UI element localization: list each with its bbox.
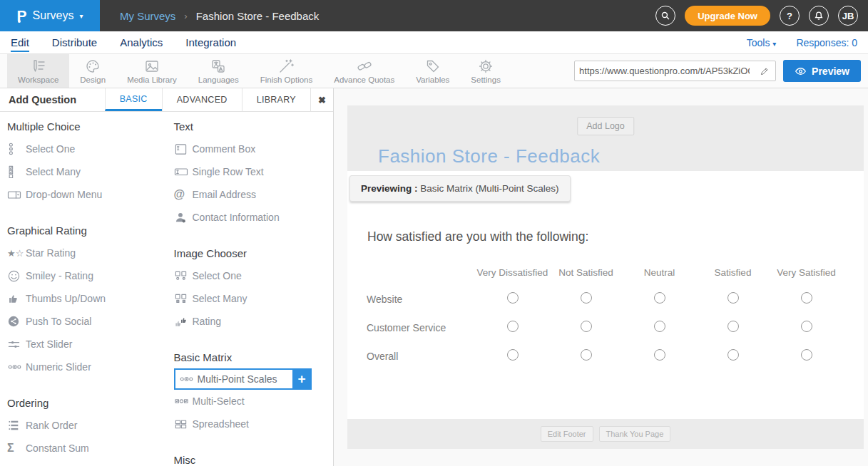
add-question-header: Add Question BASIC ADVANCED LIBRARY ✖ bbox=[0, 88, 333, 112]
matrix-radio[interactable] bbox=[581, 349, 592, 361]
question-type-image-rating[interactable]: Rating bbox=[174, 310, 334, 333]
edit-url-button[interactable] bbox=[754, 66, 775, 76]
question-type-rank-order[interactable]: Rank Order bbox=[7, 414, 167, 437]
responses-count[interactable]: Responses: 0 bbox=[796, 37, 857, 48]
question-type-contact-information[interactable]: Contact Information bbox=[174, 206, 334, 229]
matrix-radio[interactable] bbox=[801, 349, 812, 361]
edit-footer-button[interactable]: Edit Footer bbox=[541, 426, 593, 442]
add-logo-button[interactable]: Add Logo bbox=[577, 117, 634, 135]
comment-box-icon bbox=[174, 143, 193, 156]
question-type-drag-and-drop[interactable]: Drag and Drop bbox=[7, 460, 167, 466]
palette-icon bbox=[84, 58, 101, 75]
section-image-chooser: Image Chooser bbox=[174, 247, 334, 262]
breadcrumb-my-surveys[interactable]: My Surveys bbox=[120, 10, 175, 22]
toolbar-item-design[interactable]: Design bbox=[69, 54, 116, 88]
matrix-radio[interactable] bbox=[654, 349, 665, 361]
toolbar-item-media-library[interactable]: Media Library bbox=[116, 54, 188, 88]
toolbar-item-finish-options[interactable]: Finish Options bbox=[250, 54, 324, 88]
tab-analytics[interactable]: Analytics bbox=[120, 33, 163, 52]
survey-url-input[interactable] bbox=[575, 66, 754, 76]
spreadsheet-grid-icon bbox=[174, 418, 193, 431]
question-type-push-to-social[interactable]: Push To Social bbox=[7, 310, 167, 333]
survey-url-box bbox=[574, 61, 776, 81]
search-icon bbox=[660, 11, 670, 21]
matrix-radio[interactable] bbox=[727, 349, 739, 361]
matrix-radio[interactable] bbox=[581, 321, 592, 332]
question-type-numeric-slider[interactable]: Numeric Slider bbox=[7, 356, 167, 378]
question-type-star-rating[interactable]: ★☆ Star Rating bbox=[7, 242, 167, 264]
tab-edit[interactable]: Edit bbox=[11, 33, 29, 52]
tab-advanced[interactable]: ADVANCED bbox=[162, 88, 242, 111]
question-type-image-select-many[interactable]: Select Many bbox=[174, 287, 334, 310]
preview-button[interactable]: Preview bbox=[783, 60, 861, 82]
question-type-drop-down-menu[interactable]: Drop-down Menu bbox=[7, 183, 167, 206]
help-button[interactable]: ? bbox=[780, 6, 800, 26]
survey-nav: Edit Distribute Analytics Integration To… bbox=[0, 31, 868, 54]
at-sign-icon: @ bbox=[174, 188, 193, 201]
tab-basic[interactable]: BASIC bbox=[105, 88, 162, 111]
toolbar-item-workspace[interactable]: Workspace bbox=[7, 54, 69, 88]
close-panel-button[interactable]: ✖ bbox=[310, 88, 333, 111]
matrix-radio[interactable] bbox=[801, 292, 812, 304]
matrix-radio[interactable] bbox=[654, 321, 665, 332]
toolbar-item-advance-quotas[interactable]: Advance Quotas bbox=[323, 54, 405, 88]
matrix-radio[interactable] bbox=[727, 292, 739, 304]
tab-integration[interactable]: Integration bbox=[185, 33, 236, 52]
toolbar-item-variables[interactable]: Variables bbox=[405, 54, 460, 88]
question-type-email-address[interactable]: @ Email Address bbox=[174, 183, 334, 206]
matrix-radio[interactable] bbox=[507, 321, 519, 332]
question-type-select-many[interactable]: Select Many bbox=[7, 160, 167, 183]
thumbs-up-icon bbox=[7, 292, 26, 305]
avatar[interactable]: JB bbox=[838, 6, 858, 26]
matrix-radio[interactable] bbox=[507, 349, 519, 361]
breadcrumb: My Surveys › Fashion Store - Feedback bbox=[120, 10, 319, 22]
matrix-cell bbox=[549, 349, 623, 363]
question-type-comment-box[interactable]: Comment Box bbox=[174, 138, 334, 160]
close-icon: ✖ bbox=[318, 95, 326, 105]
question-type-multi-select[interactable]: Multi-Select bbox=[174, 390, 334, 413]
questionpro-logo-icon: P bbox=[17, 7, 27, 24]
image-select-many-icon bbox=[174, 292, 193, 306]
matrix-table: Very DissatisfiedNot SatisfiedNeutralSat… bbox=[367, 259, 843, 371]
matrix-radio[interactable] bbox=[727, 321, 739, 332]
question-type-constant-sum[interactable]: Σ Constant Sum bbox=[7, 437, 167, 460]
avatar-initials: JB bbox=[842, 11, 854, 21]
question-type-thumbs-up-down[interactable]: Thumbs Up/Down bbox=[7, 287, 167, 310]
matrix-row-label: Overall bbox=[367, 351, 476, 362]
upgrade-now-button[interactable]: Upgrade Now bbox=[685, 6, 770, 26]
matrix-column-header: Satisfied bbox=[696, 267, 770, 278]
matrix-radio[interactable] bbox=[801, 321, 812, 332]
tab-library[interactable]: LIBRARY bbox=[242, 88, 310, 111]
question-type-image-select-one[interactable]: Select One bbox=[174, 264, 334, 287]
question-types-column-2: Text Comment Box Single Row Text bbox=[167, 112, 334, 466]
survey-preview-panel: Add Logo Fashion Store - Feedback Previe… bbox=[347, 105, 864, 449]
matrix-radio[interactable] bbox=[581, 292, 592, 304]
product-switcher[interactable]: P Surveys ▾ bbox=[0, 0, 100, 31]
toolbar-item-languages[interactable]: Languages bbox=[188, 54, 250, 88]
nav-right: Tools ▾ Responses: 0 bbox=[747, 37, 857, 48]
question-type-multi-point-scales[interactable]: Multi-Point Scales + bbox=[174, 368, 294, 390]
add-question-button[interactable]: + bbox=[292, 368, 312, 390]
question-type-smiley-rating[interactable]: Smiley - Rating bbox=[7, 264, 167, 287]
question-type-spreadsheet[interactable]: Spreadsheet bbox=[174, 413, 334, 435]
toolbar-right: Preview bbox=[574, 54, 868, 88]
toolbar-item-settings[interactable]: Settings bbox=[460, 54, 511, 88]
question-text: How satisfied are you with the following… bbox=[367, 229, 588, 244]
matrix-radio[interactable] bbox=[507, 292, 519, 304]
question-type-text-slider[interactable]: Text Slider bbox=[7, 333, 167, 356]
topbar-actions: Upgrade Now ? JB bbox=[655, 6, 868, 26]
chevron-down-icon: ▾ bbox=[772, 40, 776, 48]
question-type-single-row-text[interactable]: Single Row Text bbox=[174, 160, 334, 183]
tab-distribute[interactable]: Distribute bbox=[52, 33, 97, 52]
tools-menu[interactable]: Tools ▾ bbox=[747, 37, 777, 48]
matrix-radio[interactable] bbox=[654, 292, 665, 304]
matrix-cell bbox=[476, 292, 549, 306]
matrix-row: Customer Service bbox=[367, 314, 843, 342]
matrix-row: Website bbox=[367, 285, 843, 314]
question-type-select-one[interactable]: Select One bbox=[7, 138, 167, 160]
matrix-row-label: Customer Service bbox=[367, 322, 476, 333]
thank-you-page-button[interactable]: Thank You Page bbox=[599, 426, 671, 442]
translate-icon bbox=[210, 58, 227, 75]
search-button[interactable] bbox=[655, 6, 675, 26]
notifications-button[interactable] bbox=[809, 6, 829, 26]
